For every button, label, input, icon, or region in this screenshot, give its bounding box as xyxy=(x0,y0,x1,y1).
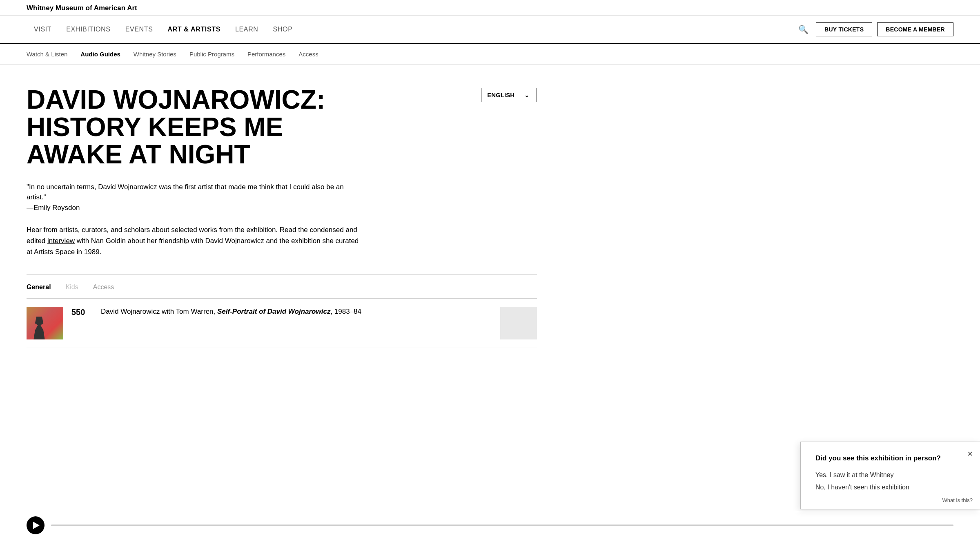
nav-events[interactable]: EVENTS xyxy=(118,16,160,43)
nav-shop[interactable]: SHOP xyxy=(266,16,300,43)
page-content: ENGLISH ⌄ DAVID WOJNAROWICZ: HISTORY KEE… xyxy=(0,65,564,348)
audio-image-right xyxy=(500,307,537,339)
tab-kids[interactable]: Kids xyxy=(66,284,78,291)
buy-tickets-button[interactable]: BUY TICKETS xyxy=(816,22,872,36)
content-tabs: General Kids Access xyxy=(27,275,537,299)
audio-title: David Wojnarowicz with Tom Warren, Self-… xyxy=(101,307,492,317)
sub-nav-watch-listen[interactable]: Watch & Listen xyxy=(27,51,67,58)
tab-access[interactable]: Access xyxy=(93,284,114,291)
sub-nav-access[interactable]: Access xyxy=(298,51,318,58)
audio-item: 550 David Wojnarowicz with Tom Warren, S… xyxy=(27,299,537,348)
sub-nav-performances[interactable]: Performances xyxy=(247,51,285,58)
audio-info: David Wojnarowicz with Tom Warren, Self-… xyxy=(101,307,492,339)
language-selector[interactable]: ENGLISH ⌄ xyxy=(481,88,537,102)
nav-visit[interactable]: VISIT xyxy=(27,16,59,43)
top-bar: Whitney Museum of American Art xyxy=(0,0,980,16)
site-title: Whitney Museum of American Art xyxy=(27,4,137,12)
tab-general[interactable]: General xyxy=(27,284,51,291)
chevron-down-icon: ⌄ xyxy=(524,92,529,98)
main-nav: VISIT EXHIBITIONS EVENTS ART & ARTISTS L… xyxy=(0,16,980,44)
quote-block: "In no uncertain terms, David Wojnarowic… xyxy=(27,182,361,213)
sub-nav-whitney-stories[interactable]: Whitney Stories xyxy=(134,51,176,58)
audio-thumbnail xyxy=(27,307,63,339)
language-value: ENGLISH xyxy=(487,92,514,98)
interview-link[interactable]: interview xyxy=(47,237,75,245)
nav-buttons: BUY TICKETS BECOME A MEMBER xyxy=(816,22,953,36)
page-title: DAVID WOJNAROWICZ: HISTORY KEEPS ME AWAK… xyxy=(27,86,353,169)
search-icon[interactable]: 🔍 xyxy=(798,25,808,34)
description-block: Hear from artists, curators, and scholar… xyxy=(27,224,361,258)
thumbnail-image xyxy=(27,307,63,339)
quote-text: "In no uncertain terms, David Wojnarowic… xyxy=(27,183,344,212)
become-member-button[interactable]: BECOME A MEMBER xyxy=(877,22,953,36)
nav-learn[interactable]: LEARN xyxy=(228,16,266,43)
sub-nav: Watch & Listen Audio Guides Whitney Stor… xyxy=(0,44,980,65)
sub-nav-public-programs[interactable]: Public Programs xyxy=(189,51,234,58)
nav-exhibitions[interactable]: EXHIBITIONS xyxy=(59,16,118,43)
nav-art-artists[interactable]: ART & ARTISTS xyxy=(160,16,228,43)
nav-items: VISIT EXHIBITIONS EVENTS ART & ARTISTS L… xyxy=(27,16,794,43)
audio-number: 550 xyxy=(71,307,91,339)
sub-nav-audio-guides[interactable]: Audio Guides xyxy=(80,51,120,58)
